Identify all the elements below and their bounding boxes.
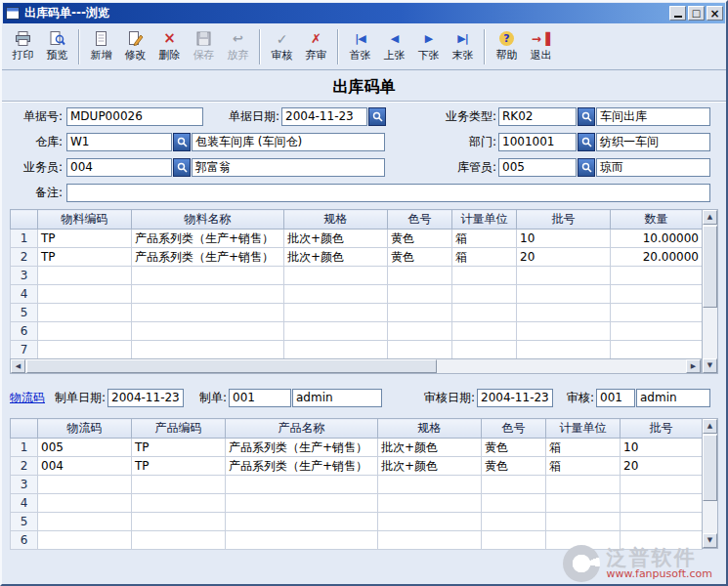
salesman-name-field[interactable]: 郭富翁 [192,158,385,177]
col-header[interactable]: 批号 [517,210,611,230]
maximize-button[interactable]: □ [688,6,705,21]
col-header[interactable]: 计量单位 [452,210,517,230]
cell: 005 [38,439,132,457]
table-row[interactable]: 2004TP产品系列类（生产+销售）批次+颜色黄色箱20 [11,457,703,476]
table-row[interactable]: 5 [11,513,703,531]
scroll-right-button[interactable]: ▶ [686,359,701,373]
auditor-code-field[interactable]: 001 [596,389,635,407]
table-row[interactable]: 2TP产品系列类（生产+销售）批次+颜色黄色箱2020.00000 [11,248,703,267]
table-row[interactable]: 7 [11,341,703,359]
maker-code-field[interactable]: 001 [229,389,291,407]
prev-record-button[interactable]: ◀ 上张 [377,26,411,67]
cell: 批次+颜色 [378,457,482,476]
make-date-label: 制单日期: [47,389,106,407]
table-row[interactable]: 3 [11,267,703,285]
next-page-icon: ▶ [425,30,432,47]
make-date-field[interactable]: 2004-11-23 [107,389,184,407]
keeper-name-field[interactable]: 琼而 [596,158,710,177]
delete-button[interactable]: × 删除 [152,26,187,67]
scroll-up-button[interactable]: ▲ [703,210,717,225]
save-label: 保存 [193,48,215,63]
col-header[interactable]: 物流码 [38,419,132,439]
salesman-lookup-button[interactable] [173,158,191,177]
biz-type-label: 业务类型: [436,107,496,126]
exit-button[interactable]: →▐ 退出 [524,26,558,67]
col-header[interactable]: 产品名称 [226,419,378,439]
col-header[interactable]: 色号 [482,419,546,439]
cell: 004 [38,457,132,476]
material-table-vscrollbar[interactable]: ▲ ▼ [702,209,718,374]
material-table-hscrollbar[interactable]: ◀ ▶ [10,358,702,374]
minimize-button[interactable] [669,6,686,21]
abandon-button[interactable]: ↩ 放弃 [221,26,255,67]
print-button[interactable]: 打印 [6,26,40,67]
warehouse-lookup-button[interactable] [173,133,191,151]
table-row[interactable]: 6 [11,322,703,341]
table-row[interactable]: 1005TP产品系列类（生产+销售）批次+颜色黄色箱10 [11,439,703,457]
col-header[interactable]: 规格 [378,419,482,439]
cell: 批次+颜色 [284,230,388,248]
remark-field[interactable] [66,184,710,202]
keeper-code-field[interactable]: 005 [498,158,577,177]
cell [284,267,388,285]
logistics-table-vscrollbar[interactable]: ▲ ▼ [702,418,718,549]
cell: 黄色 [482,457,546,476]
biz-type-name-field[interactable]: 车间出库 [596,107,710,126]
dept-lookup-button[interactable] [578,133,595,151]
biz-type-code-field[interactable]: RK02 [498,107,577,126]
audit-button[interactable]: ✓ 审核 [265,26,299,67]
scroll-left-button[interactable]: ◀ [11,359,25,373]
col-header[interactable]: 物料编码 [38,210,132,230]
close-button[interactable]: × [707,6,723,21]
logistics-code-link[interactable]: 物流码 [10,390,45,406]
salesman-code-field[interactable]: 004 [66,158,172,177]
table-row[interactable]: 1TP产品系列类（生产+销售）批次+颜色黄色箱1010.00000 [11,230,703,248]
audit-date-label: 审核日期: [416,389,475,407]
modify-button[interactable]: 修改 [118,26,152,67]
title-bar[interactable]: 出库码单---浏览 □ × [3,3,725,23]
new-button[interactable]: 新增 [84,26,118,67]
last-record-button[interactable]: ▶| 末张 [446,26,480,67]
scroll-thumb[interactable] [26,359,437,373]
table-row[interactable]: 4 [11,494,703,513]
scroll-thumb[interactable] [703,226,717,308]
row-number: 5 [11,304,38,322]
col-header[interactable]: 批号 [621,419,703,439]
next-record-button[interactable]: ▶ 下张 [411,26,446,67]
help-button[interactable]: ? 帮助 [490,26,524,67]
audit-date-field[interactable]: 2004-11-23 [477,389,553,407]
biz-type-lookup-button[interactable] [578,107,595,126]
table-row[interactable]: 5 [11,304,703,322]
unaudit-button[interactable]: ✗ 弃审 [299,26,333,67]
col-header[interactable]: 色号 [388,210,452,230]
cell [38,322,132,341]
dept-code-field[interactable]: 1001001 [498,133,577,151]
warehouse-code-field[interactable]: W1 [66,133,172,151]
cell [132,285,284,304]
cell [38,476,132,494]
col-header[interactable]: 规格 [284,210,388,230]
auditor-name-field[interactable]: admin [636,389,710,407]
doc-no-field[interactable]: MDUP00026 [66,107,203,126]
preview-button[interactable]: 预览 [40,26,74,67]
col-header[interactable]: 数量 [611,210,703,230]
cell: 箱 [452,230,517,248]
scroll-thumb[interactable] [703,435,717,501]
dept-name-field[interactable]: 纺织一车间 [596,133,710,151]
col-header[interactable]: 产品编码 [132,419,226,439]
warehouse-name-field[interactable]: 包装车间库 (车间仓) [192,133,385,151]
table-row[interactable]: 4 [11,285,703,304]
doc-date-field[interactable]: 2004-11-23 [281,107,367,126]
col-header[interactable]: 物料名称 [132,210,284,230]
save-button[interactable]: 保存 [187,26,221,67]
table-row[interactable]: 3 [11,476,703,494]
cell [284,304,388,322]
keeper-lookup-button[interactable] [578,158,595,177]
scroll-up-button[interactable]: ▲ [703,419,717,434]
scroll-down-button[interactable]: ▼ [703,358,717,373]
maker-name-field[interactable]: admin [292,389,382,407]
first-record-button[interactable]: |◀ 首张 [343,26,377,67]
doc-date-picker-button[interactable] [368,107,386,126]
col-header[interactable]: 计量单位 [546,419,621,439]
delete-label: 删除 [159,48,181,63]
